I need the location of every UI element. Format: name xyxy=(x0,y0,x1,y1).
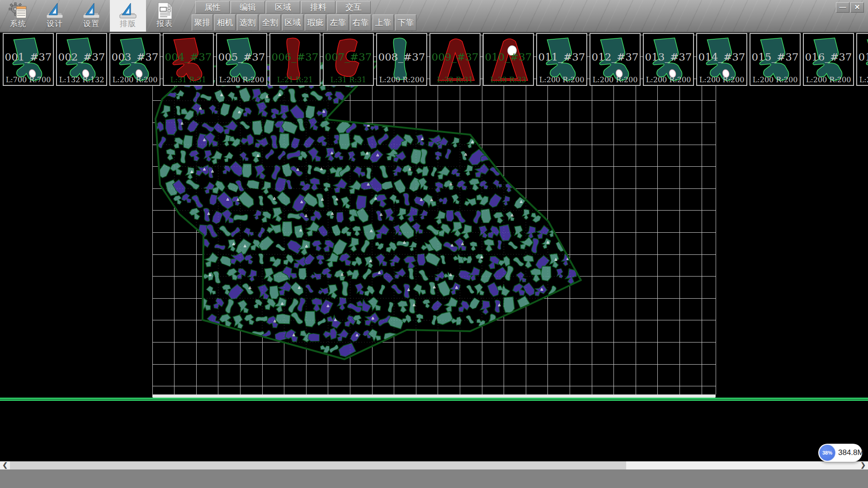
toolbar-button-system[interactable]: 系统 xyxy=(0,0,36,32)
piece-shape xyxy=(221,35,263,84)
piece-shape xyxy=(114,35,156,84)
close-button[interactable]: ✕ xyxy=(850,2,864,13)
toolbar-button-label: 排版 xyxy=(110,19,146,29)
ruler-icon xyxy=(118,2,138,20)
piece-thumbnail-006_#37[interactable]: 006_#37L:21 R:21 xyxy=(269,33,321,86)
piece-thumbnail-015_#37[interactable]: 015_#37L:200 R:200 xyxy=(750,33,801,86)
titlebar: 系统设计设置排版报表 属性编辑区域排料交互 聚排相机选割全割区域瑕疵左靠右靠上靠… xyxy=(0,0,868,33)
strip-separator xyxy=(0,398,868,401)
toolbar-button-settings[interactable]: 设置 xyxy=(73,0,109,32)
piece-thumbnail-016_#37[interactable]: 016_#37L:200 R:200 xyxy=(803,33,854,86)
report-icon xyxy=(155,2,175,20)
minimize-button[interactable]: — xyxy=(836,2,849,13)
piece-shape xyxy=(701,35,743,84)
tool-button-camera[interactable]: 相机 xyxy=(214,14,236,31)
piece-thumbnail-014_#37[interactable]: 014_#37L:200 R:200 xyxy=(696,33,747,86)
menu-tab-region[interactable]: 区域 xyxy=(266,1,300,14)
toolbar-button-nesting[interactable]: 排版 xyxy=(110,0,146,32)
nesting-canvas[interactable] xyxy=(0,33,868,488)
tool-button-select-cut[interactable]: 选割 xyxy=(237,14,258,31)
piece-shape xyxy=(488,35,529,84)
piece-shape xyxy=(274,35,316,84)
scroll-right-arrow[interactable]: ❯ xyxy=(858,461,868,469)
piece-thumbnail-010_#37[interactable]: 010_#37L:33 R:33 xyxy=(483,33,534,86)
menu-tab-interaction[interactable]: 交互 xyxy=(336,1,371,14)
toolbar-button-label: 报表 xyxy=(146,19,183,29)
tool-button-snap-bottom[interactable]: 下靠 xyxy=(395,14,416,31)
tool-button-region[interactable]: 区域 xyxy=(282,14,303,31)
piece-shape xyxy=(381,35,423,84)
horizontal-scrollbar[interactable]: ❮ ❯ xyxy=(0,461,868,469)
piece-shape xyxy=(648,35,689,84)
piece-shape xyxy=(594,35,636,84)
ruler-icon xyxy=(45,2,65,20)
piece-thumbnail-004_#37[interactable]: 004_#37L:31 R:31 xyxy=(163,33,214,86)
piece-thumbnail-007_#37[interactable]: 007_#37L:31 R:31 xyxy=(323,33,374,86)
piece-thumbnail-009_#37[interactable]: 009_#37L:32 R:31 xyxy=(429,33,481,86)
piece-thumbnail-003_#37[interactable]: 003_#37L:200 R:200 xyxy=(109,33,160,86)
tool-button-cluster-nest[interactable]: 聚排 xyxy=(192,14,213,31)
piece-shape xyxy=(434,35,476,84)
window-footer xyxy=(0,469,868,488)
ruler-icon xyxy=(81,2,101,20)
toolbar-button-label: 系统 xyxy=(0,19,36,29)
piece-shape xyxy=(861,35,868,84)
tool-button-snap-top[interactable]: 上靠 xyxy=(373,14,394,31)
canvas-scrollbar[interactable] xyxy=(152,394,716,398)
toolbar-button-label: 设计 xyxy=(37,19,73,29)
memory-value: 384.8M xyxy=(838,444,864,462)
toolbar-button-design[interactable]: 设计 xyxy=(37,0,73,32)
tool-button-defect[interactable]: 瑕疵 xyxy=(305,14,326,31)
piece-thumbnail-005_#37[interactable]: 005_#37L:200 R:200 xyxy=(216,33,267,86)
piece-thumbnail-011_#37[interactable]: 011_#37L:200 R:200 xyxy=(536,33,587,86)
tool-button-snap-left[interactable]: 左靠 xyxy=(327,14,349,31)
menu-tab-edit[interactable]: 编辑 xyxy=(231,1,265,14)
piece-thumbnail-012_#37[interactable]: 012_#37L:200 R:200 xyxy=(590,33,641,86)
toolbar-button-label: 设置 xyxy=(73,19,109,29)
piece-thumbnail-013_#37[interactable]: 013_#37L:200 R:200 xyxy=(643,33,694,86)
piece-shape xyxy=(328,35,369,84)
toolbar-button-report[interactable]: 报表 xyxy=(146,0,183,32)
piece-thumbnail-002_#37[interactable]: 002_#37L:132 R:132 xyxy=(56,33,107,86)
piece-shape xyxy=(168,35,209,84)
scrollbar-thumb[interactable] xyxy=(10,461,626,469)
status-badge[interactable]: 38% 384.8M xyxy=(818,444,862,462)
tool-button-snap-right[interactable]: 右靠 xyxy=(350,14,371,31)
workspace: 001_#37L:700 R:700002_#37L:132 R:132003_… xyxy=(0,33,868,488)
piece-thumbnail-017_#37[interactable]: 017_#37L:200 R:200 xyxy=(856,33,868,86)
piece-thumbnail-008_#37[interactable]: 008_#37L:200 R:200 xyxy=(376,33,427,86)
piece-shape xyxy=(541,35,583,84)
piece-shape xyxy=(808,35,849,84)
gear-icon xyxy=(8,2,28,20)
piece-shape xyxy=(61,35,103,84)
scroll-left-arrow[interactable]: ❮ xyxy=(0,461,10,469)
piece-shape xyxy=(755,35,796,84)
progress-circle: 38% xyxy=(819,445,835,461)
tool-button-cut-all[interactable]: 全割 xyxy=(259,14,281,31)
menu-tab-properties[interactable]: 属性 xyxy=(195,1,230,14)
piece-thumbnail-strip: 001_#37L:700 R:700002_#37L:132 R:132003_… xyxy=(0,33,868,93)
menu-tab-nest[interactable]: 排料 xyxy=(301,1,335,14)
piece-shape xyxy=(8,35,49,84)
piece-thumbnail-001_#37[interactable]: 001_#37L:700 R:700 xyxy=(3,33,54,86)
